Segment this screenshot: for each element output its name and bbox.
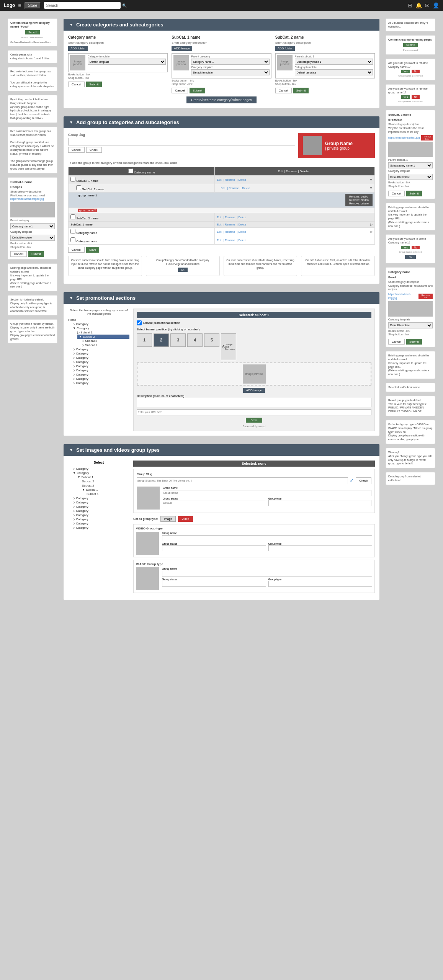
cancel-btn2[interactable]: Cancel xyxy=(172,88,188,93)
tree-cat3[interactable]: ▷ Category xyxy=(73,347,129,351)
subcat2-cancel-btn[interactable]: Cancel xyxy=(388,191,405,196)
cat-checkbox-header[interactable] xyxy=(128,168,133,173)
submit-button[interactable]: Submit xyxy=(28,251,44,257)
subcat2-checkbox2[interactable] xyxy=(70,214,75,219)
image-type-input-col[interactable] xyxy=(268,581,373,587)
edit-link5[interactable]: Edit xyxy=(217,230,221,233)
cancel-btn3[interactable]: Cancel xyxy=(275,88,292,93)
delete-link5[interactable]: Delete xyxy=(238,230,246,233)
rename-public[interactable]: Rename: public xyxy=(348,195,370,198)
cancel-slug-btn[interactable]: Cancel xyxy=(68,147,85,153)
check-slug-btn[interactable]: Check xyxy=(86,147,102,153)
subcat-link[interactable]: https://media/name/spec.jpg xyxy=(10,197,55,201)
submit-button[interactable]: Submit xyxy=(25,30,40,34)
user-icon[interactable]: 👤 xyxy=(433,2,439,8)
search-input[interactable] xyxy=(44,2,121,9)
cancel-button[interactable]: Cancel xyxy=(10,251,27,257)
grid-icon[interactable]: ⊞ xyxy=(408,2,412,8)
tree-cat6[interactable]: ▷ Category xyxy=(73,360,129,364)
group-slug-input[interactable] xyxy=(137,477,348,484)
enable-promo-checkbox[interactable] xyxy=(137,320,142,325)
cat-checkbox2[interactable] xyxy=(70,237,75,242)
image-group-name-input[interactable] xyxy=(162,571,372,577)
vi-cat3[interactable]: ▷ Category xyxy=(73,496,129,500)
parent-subcat-select[interactable]: Subcategory name 1 xyxy=(295,59,373,65)
delete-link2[interactable]: Delete xyxy=(242,187,250,189)
right-template-select[interactable]: Default template xyxy=(388,174,433,180)
save-promo-btn[interactable]: Save xyxy=(246,418,262,423)
rename-link[interactable]: Rename xyxy=(225,178,235,181)
add-folder-btn2[interactable]: ADD folder xyxy=(275,46,295,51)
type-input[interactable] xyxy=(268,500,372,506)
tree-subcat1[interactable]: ▷ Subcat 1 xyxy=(77,330,129,335)
vi-cat8[interactable]: ▷ Category xyxy=(73,517,129,521)
vi-cat2[interactable]: ▼ Category xyxy=(73,471,129,475)
add-image-btn[interactable]: ADD Image xyxy=(243,388,265,393)
vi-subcat1-3[interactable]: Subcat 1 xyxy=(87,492,129,496)
video-group-name-input[interactable] xyxy=(162,535,372,541)
store-button[interactable]: Store xyxy=(25,2,41,9)
remove-hidden[interactable]: Remove: hidden xyxy=(348,198,370,202)
right-parent-select[interactable]: Subcategory name 1 xyxy=(388,162,433,168)
delete-link3[interactable]: Delete xyxy=(238,216,246,219)
video-type-btn[interactable]: Video xyxy=(178,516,193,522)
rename-no-btn[interactable]: No xyxy=(412,70,420,73)
delete-ok-btn[interactable]: Ok xyxy=(405,255,416,259)
tree-cat2[interactable]: ▼ Category xyxy=(73,326,129,330)
cat-checkbox[interactable] xyxy=(70,229,75,234)
create-pages-btn[interactable]: Create/Recreate category/subcat pages xyxy=(186,96,257,103)
subcat2-dropdown[interactable]: ▼ xyxy=(369,186,373,190)
banner-pos-5[interactable]: 5 xyxy=(204,333,219,347)
cancel-group-btn[interactable]: Cancel xyxy=(68,247,85,253)
parent-cat-select[interactable]: Category name 1 xyxy=(191,59,269,65)
rename-link5[interactable]: Rename xyxy=(225,230,235,233)
delete-link6[interactable]: Delete xyxy=(238,239,246,242)
rename-link2[interactable]: Rename xyxy=(229,187,239,189)
vi-cat10[interactable]: ▷ Category xyxy=(73,526,129,530)
cat-panel-link[interactable]: https://media/front-img.jpg xyxy=(388,292,417,300)
video-status-input[interactable] xyxy=(162,545,266,551)
cancel-btn[interactable]: Cancel xyxy=(68,82,85,87)
subcat1-dropdown[interactable]: ▼ xyxy=(369,178,373,181)
desc-textarea[interactable] xyxy=(137,398,371,407)
tree-cat1[interactable]: ▷ Category xyxy=(73,322,129,326)
arrow5[interactable]: ▷ xyxy=(370,230,373,234)
vi-subcat2-1[interactable]: Subcat 2 xyxy=(82,479,129,483)
vi-cat6[interactable]: ▷ Category xyxy=(73,509,129,513)
slug-input[interactable] xyxy=(68,138,295,145)
tree-cat7[interactable]: ▷ Category xyxy=(73,364,129,368)
group-name-input[interactable] xyxy=(163,490,371,496)
add-folder-btn[interactable]: ADD folder xyxy=(68,46,88,51)
template-select[interactable]: Default template xyxy=(10,235,55,241)
subcat1-checkbox[interactable] xyxy=(70,177,75,182)
tree-cat5[interactable]: ▷ Category xyxy=(73,356,129,360)
vi-cat1[interactable]: ▷ Category xyxy=(73,467,129,471)
cat-cancel-btn[interactable]: Cancel xyxy=(388,339,405,345)
rename-yes-btn[interactable]: Yes xyxy=(401,70,410,73)
subcat2-checkbox[interactable] xyxy=(76,185,81,190)
vi-cat4[interactable]: ▷ Category xyxy=(73,500,129,505)
remove-no-btn[interactable]: No xyxy=(412,95,420,99)
banner-pos-4[interactable]: 4 xyxy=(187,333,203,347)
delete-no-btn[interactable]: No xyxy=(412,246,420,249)
status-input[interactable] xyxy=(163,500,266,506)
submit-btn2[interactable]: Submit xyxy=(190,88,205,93)
template-select2[interactable]: Default template xyxy=(191,69,269,75)
arrow4[interactable]: ▷ xyxy=(370,223,373,226)
mail-icon[interactable]: ✉ xyxy=(425,2,430,8)
vi-cat5[interactable]: ▷ Category xyxy=(73,505,129,509)
image-type-btn[interactable]: Image xyxy=(160,516,176,522)
remove-image-btn[interactable]: Remove link xyxy=(421,135,433,140)
save-group-btn[interactable]: Save xyxy=(86,247,99,253)
cat-template-select[interactable]: Default template xyxy=(388,322,433,328)
tree-home[interactable]: Home xyxy=(68,318,129,322)
video-type-input[interactable] xyxy=(268,545,373,551)
rename-link6[interactable]: Rename xyxy=(225,239,235,242)
menu-icon[interactable]: ≡ xyxy=(18,2,21,8)
submit-btn3[interactable]: Submit xyxy=(293,88,309,93)
tree-cat8[interactable]: ▷ Category xyxy=(73,368,129,372)
banner-pos-2[interactable]: 2 xyxy=(154,333,169,347)
tree-cat9[interactable]: ▷ Category xyxy=(73,372,129,377)
remove-cat-image-btn[interactable]: Remove link xyxy=(418,294,433,299)
rename-link3[interactable]: Rename xyxy=(225,216,235,219)
